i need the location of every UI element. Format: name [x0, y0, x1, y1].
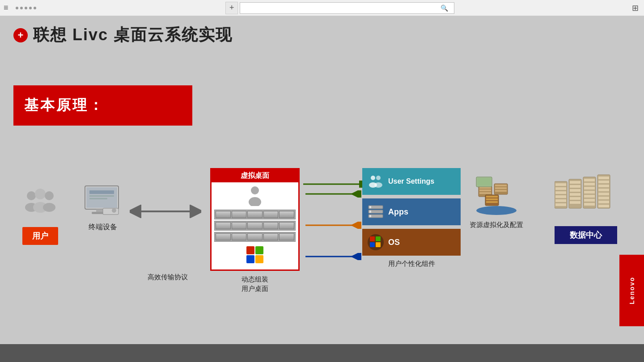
search-input[interactable]: [244, 4, 441, 11]
svg-rect-69: [570, 201, 580, 204]
svg-rect-76: [584, 199, 595, 202]
svg-rect-80: [598, 181, 609, 183]
svg-rect-85: [598, 201, 609, 203]
svg-rect-47: [495, 185, 507, 186]
page-title: 联想 Livc 桌面云系统实现: [33, 24, 233, 46]
apps-label: Apps: [388, 207, 408, 217]
red-banner-text: 基本原理：: [24, 96, 105, 115]
user-settings-label: User Settings: [388, 177, 434, 185]
svg-rect-38: [376, 236, 381, 241]
svg-point-2: [35, 189, 46, 199]
dots-indicator: [16, 7, 36, 9]
arrow-to-os: [303, 253, 364, 262]
os-panel[interactable]: OS: [362, 229, 461, 256]
svg-rect-39: [370, 242, 375, 247]
svg-point-16: [251, 186, 259, 194]
svg-rect-68: [570, 197, 580, 200]
svg-rect-40: [376, 242, 381, 247]
svg-rect-72: [584, 183, 595, 185]
drive-row-3: [214, 232, 296, 242]
vdesktop-caption: 动态组装 用户桌面: [210, 274, 300, 293]
lenovo-text: Lenovo: [628, 277, 636, 304]
svg-point-29: [374, 182, 382, 188]
user-settings-icon: [368, 173, 384, 189]
svg-rect-62: [555, 203, 566, 206]
users-button[interactable]: 用户: [22, 227, 58, 245]
svg-rect-83: [598, 193, 609, 195]
svg-rect-73: [584, 187, 595, 189]
datacenter-button[interactable]: 数据中心: [555, 226, 617, 244]
svg-rect-55: [477, 178, 491, 186]
vdesktop-os-icon: [212, 242, 298, 268]
grid-icon[interactable]: ⊞: [632, 3, 639, 13]
toolbar: ≡ + 🔍 ⊞: [0, 0, 644, 16]
svg-rect-7: [86, 187, 117, 208]
svg-rect-64: [570, 181, 580, 184]
svg-rect-49: [495, 190, 507, 192]
main-content: + 联想 Livc 桌面云系统实现 基本原理： 用户: [0, 16, 644, 344]
drive-row-2: [214, 221, 296, 231]
svg-rect-31: [369, 206, 371, 208]
vdesktop-header: 虚拟桌面: [212, 169, 298, 182]
svg-point-5: [43, 203, 55, 212]
svg-point-28: [376, 176, 381, 180]
svg-rect-10: [103, 208, 119, 215]
protocol-label: 高效传输协议: [148, 273, 188, 282]
svg-rect-48: [495, 187, 507, 189]
os-label: OS: [388, 238, 400, 247]
svg-point-11: [112, 208, 116, 213]
add-tab-button[interactable]: +: [225, 2, 238, 14]
svg-rect-14: [89, 198, 107, 199]
svg-rect-21: [255, 255, 263, 263]
svg-rect-53: [486, 201, 498, 203]
svg-rect-77: [584, 203, 595, 206]
svg-point-0: [27, 191, 36, 200]
plus-icon: +: [13, 28, 28, 42]
menu-icon[interactable]: ≡: [4, 3, 8, 13]
bottom-toolbar: [0, 344, 644, 362]
svg-point-4: [45, 191, 54, 200]
monitor-icon: [83, 184, 123, 217]
svg-rect-82: [598, 189, 609, 191]
user-settings-panel[interactable]: User Settings: [362, 168, 461, 195]
svg-point-17: [249, 197, 261, 206]
arrow-from-user-settings: [303, 190, 364, 199]
svg-rect-12: [89, 190, 114, 194]
arrow-to-user-settings: [303, 181, 364, 189]
svg-rect-71: [584, 179, 595, 181]
svg-rect-37: [370, 236, 375, 241]
datacenter-group: 数据中心: [555, 173, 617, 244]
svg-rect-52: [486, 198, 498, 200]
terminal-group: 终端设备: [83, 184, 123, 232]
svg-rect-65: [570, 185, 580, 188]
svg-rect-33: [369, 210, 371, 213]
apps-panel[interactable]: Apps: [362, 198, 461, 225]
svg-rect-86: [598, 205, 609, 207]
personalization-label: 用户个性化组件: [362, 260, 461, 268]
users-icon: [22, 186, 58, 222]
resource-icon: [472, 173, 521, 217]
search-icon[interactable]: 🔍: [441, 4, 448, 12]
svg-rect-84: [598, 197, 609, 199]
svg-rect-51: [486, 196, 498, 198]
protocol-group: 高效传输协议: [148, 273, 188, 282]
resource-label: 资源虚拟化及配置: [470, 221, 523, 229]
terminal-label: 终端设备: [89, 223, 117, 232]
drive-row-1: [214, 210, 296, 219]
apps-icon: [368, 204, 384, 220]
svg-rect-20: [246, 255, 254, 263]
svg-rect-18: [246, 246, 254, 254]
search-box: 🔍: [240, 2, 454, 14]
svg-rect-57: [555, 183, 566, 186]
svg-rect-60: [555, 195, 566, 198]
red-banner: 基本原理：: [13, 85, 192, 126]
svg-rect-58: [555, 187, 566, 190]
svg-rect-66: [570, 189, 580, 192]
svg-rect-74: [584, 191, 595, 194]
vdesktop-drives: [212, 210, 298, 242]
svg-rect-19: [255, 246, 263, 254]
search-area: + 🔍: [40, 2, 640, 14]
svg-rect-35: [369, 215, 371, 217]
arrow-to-apps: [303, 222, 364, 231]
svg-rect-61: [555, 199, 566, 202]
